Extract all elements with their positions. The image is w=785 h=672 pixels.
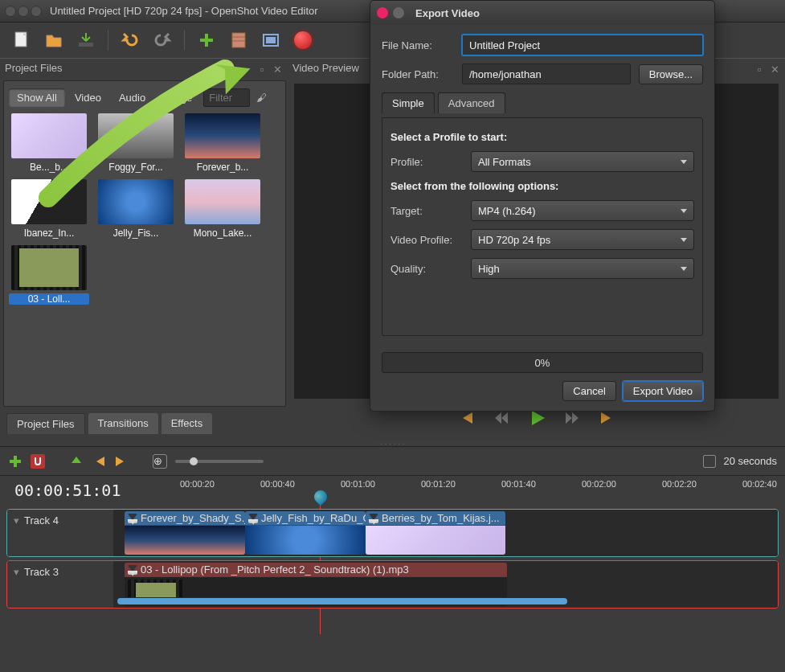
folder-path-input[interactable] [462,64,631,84]
project-file-item[interactable]: Foggy_For... [96,113,176,173]
filter-video-tab[interactable]: Video [67,88,109,107]
timeline-scrollbar[interactable] [117,597,648,605]
svg-rect-1 [79,43,93,47]
export-video-dialog: Export Video File Name: Folder Path: Bro… [370,0,715,412]
project-file-item-selected[interactable]: 03 - Loll... [9,245,89,305]
target-dropdown[interactable]: MP4 (h.264) [471,200,694,221]
zoom-slider[interactable] [175,460,264,463]
prev-marker-icon[interactable] [92,454,106,469]
dialog-title: Export Video [415,7,480,19]
chevron-down-icon [681,238,687,242]
profile-dropdown[interactable]: All Formats [471,151,694,172]
zoom-label: 20 seconds [724,455,778,467]
cancel-button[interactable]: Cancel [562,381,615,401]
quality-dropdown[interactable]: High [471,258,694,279]
folder-path-label: Folder Path: [382,68,454,80]
track-header[interactable]: ▾ Track 4 [7,510,113,556]
filter-input[interactable] [203,88,250,107]
filter-image-tab[interactable]: Image [155,88,200,107]
panel-close-icon[interactable]: ✕ [771,64,780,73]
timeline-toolbar: ⊕ 20 seconds [0,446,785,475]
chevron-down-icon [681,209,687,213]
panel-undock-icon[interactable]: ▫ [260,64,270,73]
export-progress-bar: 0% [382,352,703,373]
panel-undock-icon[interactable]: ▫ [758,64,767,73]
track-header[interactable]: ▾ Track 3 [7,561,113,608]
svg-rect-6 [266,37,276,43]
dialog-close-icon[interactable] [377,7,388,18]
file-name-input[interactable] [462,35,703,55]
video-profile-dropdown[interactable]: HD 720p 24 fps [471,229,694,250]
project-files-panel: Show All Video Audio Image 🖌 Be..._b... … [3,80,286,407]
track-name: Track 4 [24,514,59,527]
filter-show-all-tab[interactable]: Show All [9,88,65,107]
video-preview-panel-title: Video Preview [292,62,359,74]
select-options-heading: Select from the following options: [390,180,694,192]
timeline-tracks: ▾ Track 4 ▾Forever_by_Shady_S.j... ▾Jell… [0,509,785,608]
project-file-item[interactable]: Ibanez_In... [9,179,89,239]
jump-end-icon[interactable] [599,409,616,427]
open-project-icon[interactable] [43,30,64,51]
fast-forward-icon[interactable] [563,409,581,427]
zoom-fit-icon[interactable] [703,455,716,468]
play-icon[interactable] [528,409,546,427]
timeline-ruler[interactable]: 00:00:51:01 00:00:20 00:00:40 00:01:00 0… [0,475,785,506]
timeline-clip[interactable]: ▾Forever_by_Shady_S.j... [125,511,245,555]
add-file-icon[interactable] [196,30,217,51]
window-maximize-icon[interactable] [31,6,42,17]
tab-transitions[interactable]: Transitions [88,413,158,434]
filter-audio-tab[interactable]: Audio [111,88,153,107]
window-close-icon[interactable] [5,6,16,17]
project-files-panel-title: Project Files [5,62,63,74]
center-playhead-icon[interactable]: ⊕ [153,454,167,469]
clip-menu-icon[interactable]: ▾ [128,514,137,523]
export-video-icon[interactable] [292,30,313,51]
timeline-clip[interactable]: ▾Jelly_Fish_by_RaDu_G... [245,511,366,555]
tab-effects[interactable]: Effects [161,413,213,434]
export-video-button[interactable]: Export Video [623,381,703,401]
track-name: Track 3 [24,566,59,578]
project-files-panel-header: Project Files ▫ ✕ [0,58,288,77]
video-profile-label: Video Profile: [390,234,463,246]
project-file-item[interactable]: Be..._b... [9,113,89,173]
tab-project-files[interactable]: Project Files [6,413,85,434]
undo-icon[interactable] [120,30,141,51]
window-title: Untitled Project [HD 720p 24 fps] - Open… [50,5,318,17]
new-project-icon[interactable] [11,30,32,51]
tab-advanced[interactable]: Advanced [438,92,505,113]
target-label: Target: [390,205,463,217]
fullscreen-icon[interactable] [260,30,281,51]
clip-menu-icon[interactable]: ▾ [369,514,378,523]
rewind-icon[interactable] [493,409,510,427]
clip-menu-icon[interactable]: ▾ [128,565,137,575]
project-file-item[interactable]: Mono_Lake... [182,179,263,239]
profile-icon[interactable] [228,30,249,51]
window-minimize-icon[interactable] [18,6,29,17]
project-file-item[interactable]: Forever_b... [182,113,263,173]
snap-icon[interactable] [31,454,45,469]
clip-menu-icon[interactable]: ▾ [248,514,258,523]
select-profile-heading: Select a Profile to start: [390,131,694,143]
quality-label: Quality: [390,263,463,275]
save-project-icon[interactable] [76,30,96,51]
timeline-clip[interactable]: ▾Berries_by_Tom_Kijas.j... [366,511,505,555]
browse-button[interactable]: Browse... [639,64,703,84]
track-row: ▾ Track 4 ▾Forever_by_Shady_S.j... ▾Jell… [6,509,779,557]
svg-rect-2 [232,33,245,47]
dialog-minimize-icon[interactable] [393,7,404,18]
file-name-label: File Name: [382,39,454,51]
clear-filter-icon[interactable]: 🖌 [256,92,267,104]
jump-start-icon[interactable] [457,409,475,427]
add-track-icon[interactable] [8,454,22,469]
chevron-down-icon [681,267,687,271]
project-file-item[interactable]: Jelly_Fis... [96,179,176,239]
redo-icon[interactable] [152,30,173,51]
tab-simple[interactable]: Simple [382,92,435,113]
panel-close-icon[interactable]: ✕ [273,64,283,73]
chevron-down-icon [681,160,687,164]
timecode-display: 00:00:51:01 [14,481,121,500]
add-marker-icon[interactable] [69,454,84,469]
profile-label: Profile: [390,156,463,168]
next-marker-icon[interactable] [114,454,129,469]
